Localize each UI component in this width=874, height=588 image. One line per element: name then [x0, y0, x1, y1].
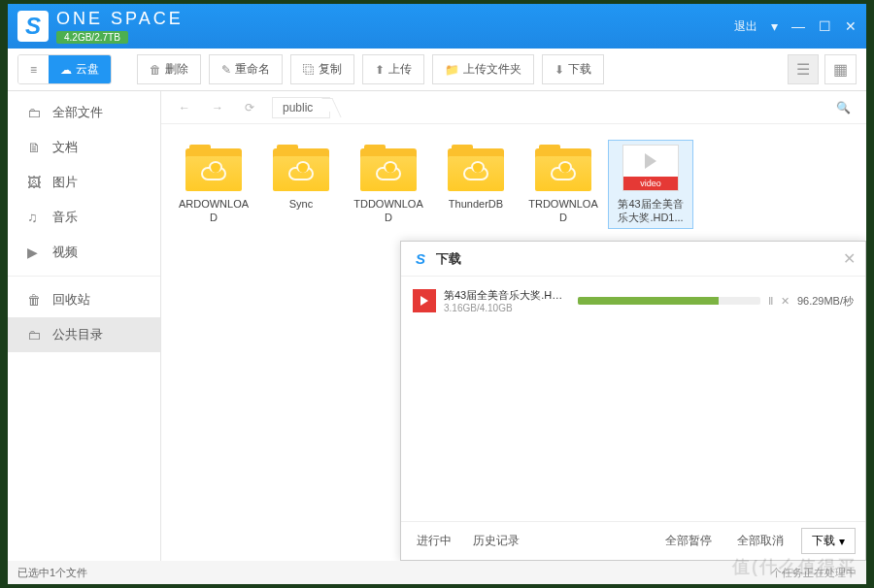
delete-button[interactable]: 🗑删除 — [137, 54, 201, 84]
pause-button[interactable]: Ⅱ — [768, 295, 773, 308]
popup-header: S 下载 ✕ — [401, 242, 865, 277]
popup-body: 第43届全美音乐大奖.HD12... 3.16GB/4.10GB Ⅱ ✕ 96.… — [401, 277, 865, 521]
pause-all-button[interactable]: 全部暂停 — [657, 529, 720, 553]
main-area: ← → ⟳ public 🔍 ARDOWNLOAD Sync TDDOWNLOA… — [161, 91, 866, 561]
folder-icon — [360, 145, 417, 191]
titlebar: S ONE SPACE 4.2GB/2.7TB 退出 ▾ — ☐ ✕ — [8, 4, 866, 49]
file-label: Sync — [289, 197, 313, 211]
back-button[interactable]: ← — [171, 97, 198, 118]
folder-icon — [535, 145, 591, 191]
cancel-button[interactable]: ✕ — [781, 295, 790, 308]
image-icon: 🖼 — [27, 175, 43, 190]
video-icon: ▶ — [27, 245, 43, 260]
refresh-button[interactable]: ⟳ — [237, 97, 262, 118]
popup-logo-icon: S — [411, 249, 430, 269]
upload-folder-button[interactable]: 📁上传文件夹 — [432, 54, 534, 84]
sidebar-item-images[interactable]: 🖼图片 — [8, 165, 160, 200]
cancel-all-button[interactable]: 全部取消 — [729, 529, 791, 553]
list-view-button[interactable]: ☰ — [788, 54, 819, 84]
tab-in-progress[interactable]: 进行中 — [411, 529, 457, 553]
edit-icon: ✎ — [221, 63, 231, 77]
statusbar: 已选中1个文件 个任务正在处理中 — [8, 561, 866, 584]
download-icon: ⬇ — [555, 63, 564, 77]
popup-close-button[interactable]: ✕ — [843, 249, 856, 268]
video-thumb-icon: video — [622, 145, 679, 191]
tab-toggle: ≡ ☁云盘 — [17, 54, 112, 84]
sidebar-item-music[interactable]: ♫音乐 — [8, 200, 160, 235]
download-item[interactable]: 第43届全美音乐大奖.HD12... 3.16GB/4.10GB Ⅱ ✕ 96.… — [409, 284, 857, 317]
breadcrumb: ← → ⟳ public 🔍 — [161, 91, 866, 124]
file-label: TDDOWNLOAD — [351, 197, 426, 224]
trash-icon: 🗑 — [27, 292, 43, 308]
download-size: 3.16GB/4.10GB — [444, 303, 570, 313]
tab-history[interactable]: 历史记录 — [467, 529, 525, 553]
folder-icon: 🗀 — [27, 105, 43, 120]
upload-icon: ⬆ — [375, 63, 385, 77]
upload-button[interactable]: ⬆上传 — [362, 54, 424, 84]
maximize-button[interactable]: ☐ — [819, 18, 831, 34]
file-label: TRDOWNLOAD — [525, 197, 601, 224]
status-left: 已选中1个文件 — [17, 566, 87, 580]
folder-item[interactable]: Sync — [258, 140, 344, 229]
sidebar-item-trash[interactable]: 🗑回收站 — [8, 282, 160, 317]
popup-footer: 进行中 历史记录 全部暂停 全部取消 下载▾ — [401, 521, 865, 560]
app-title: ONE SPACE — [56, 9, 184, 29]
folder-item[interactable]: TRDOWNLOAD — [521, 140, 606, 229]
tab-cloud[interactable]: ☁云盘 — [49, 55, 111, 83]
chevron-down-icon: ▾ — [839, 535, 845, 548]
folder-icon: 🗀 — [27, 327, 43, 343]
music-icon: ♫ — [27, 210, 43, 225]
logo-icon: S — [17, 11, 49, 42]
exit-button[interactable]: 退出 — [734, 18, 757, 35]
video-file-icon — [413, 289, 436, 312]
copy-icon: ⿻ — [303, 63, 315, 77]
folder-item[interactable]: ARDOWNLOAD — [171, 140, 256, 229]
minimize-button[interactable]: — — [791, 18, 805, 34]
forward-button[interactable]: → — [204, 97, 231, 118]
folder-icon — [448, 145, 504, 191]
app-logo: S ONE SPACE 4.2GB/2.7TB — [17, 9, 184, 44]
sidebar: 🗀全部文件 🗎文档 🖼图片 ♫音乐 ▶视频 🗑回收站 🗀公共目录 — [8, 91, 161, 561]
folder-icon — [185, 145, 242, 191]
copy-button[interactable]: ⿻复制 — [290, 54, 354, 84]
status-right: 个任务正在处理中 — [771, 566, 857, 580]
doc-icon: 🗎 — [27, 140, 43, 155]
download-popup: S 下载 ✕ 第43届全美音乐大奖.HD12... 3.16GB/4.10GB … — [400, 241, 866, 561]
sidebar-item-video[interactable]: ▶视频 — [8, 235, 160, 270]
storage-badge: 4.2GB/2.7TB — [56, 31, 128, 44]
file-label: 第43届全美音乐大奖.HD1... — [613, 197, 689, 224]
download-menu-button[interactable]: 下载▾ — [801, 528, 856, 554]
video-file-item[interactable]: video 第43届全美音乐大奖.HD1... — [608, 140, 693, 229]
download-name: 第43届全美音乐大奖.HD12... — [444, 288, 570, 303]
folder-icon — [273, 145, 329, 191]
rename-button[interactable]: ✎重命名 — [209, 54, 283, 84]
progress-bar — [578, 297, 760, 305]
folder-item[interactable]: ThunderDB — [433, 140, 519, 229]
download-button[interactable]: ⬇下载 — [542, 54, 604, 84]
toolbar: ≡ ☁云盘 🗑删除 ✎重命名 ⿻复制 ⬆上传 📁上传文件夹 ⬇下载 ☰ ▦ — [8, 49, 866, 91]
tab-local[interactable]: ≡ — [18, 55, 49, 83]
sidebar-item-public[interactable]: 🗀公共目录 — [8, 317, 160, 352]
search-button[interactable]: 🔍 — [830, 101, 857, 114]
content: 🗀全部文件 🗎文档 🖼图片 ♫音乐 ▶视频 🗑回收站 🗀公共目录 ← → ⟳ p… — [8, 91, 866, 561]
file-label: ARDOWNLOAD — [176, 197, 252, 224]
sidebar-item-docs[interactable]: 🗎文档 — [8, 130, 160, 165]
dropdown-icon[interactable]: ▾ — [771, 18, 778, 34]
grid-view-button[interactable]: ▦ — [824, 54, 857, 84]
app-window: S ONE SPACE 4.2GB/2.7TB 退出 ▾ — ☐ ✕ ≡ ☁云盘… — [8, 4, 866, 584]
cloud-icon: ☁ — [60, 63, 72, 77]
trash-icon: 🗑 — [150, 63, 161, 77]
folder-up-icon: 📁 — [445, 63, 459, 77]
folder-item[interactable]: TDDOWNLOAD — [346, 140, 431, 229]
popup-title: 下载 — [436, 250, 461, 268]
file-label: ThunderDB — [449, 197, 503, 211]
sidebar-item-all[interactable]: 🗀全部文件 — [8, 95, 160, 130]
close-button[interactable]: ✕ — [845, 18, 857, 34]
download-speed: 96.29MB/秒 — [797, 294, 854, 309]
breadcrumb-path[interactable]: public — [272, 97, 330, 118]
